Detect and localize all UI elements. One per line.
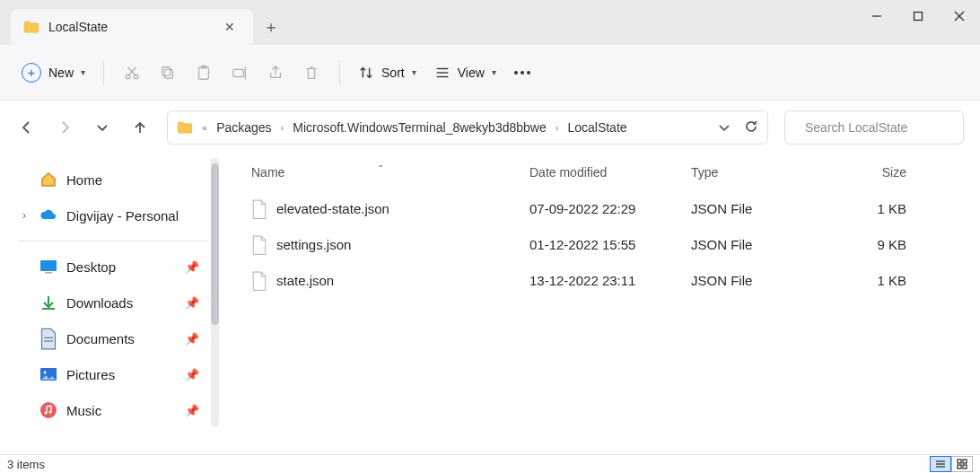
file-date: 07-09-2022 22:29	[529, 201, 691, 216]
column-header-type[interactable]: Type	[691, 165, 826, 180]
toolbar: + New ▾ Sort ▾ View ▾	[0, 45, 980, 101]
sort-label: Sort	[381, 66, 405, 80]
tab-active[interactable]: LocalState ✕	[11, 9, 253, 45]
scrollbar-thumb[interactable]	[211, 163, 219, 325]
svg-rect-12	[233, 69, 244, 76]
refresh-button[interactable]	[744, 119, 758, 136]
delete-icon[interactable]	[302, 63, 321, 83]
share-icon[interactable]	[266, 63, 285, 83]
details-view-button[interactable]	[930, 456, 951, 472]
file-size: 1 KB	[826, 201, 906, 216]
new-button[interactable]: + New ▾	[22, 63, 85, 83]
nav-pictures[interactable]: Pictures 📌	[18, 356, 226, 392]
nav-desktop[interactable]: Desktop 📌	[18, 249, 226, 285]
nav-downloads[interactable]: Downloads 📌	[18, 285, 226, 320]
svg-rect-33	[963, 460, 967, 463]
file-row[interactable]: elevated-state.json 07-09-2022 22:29 JSO…	[251, 190, 971, 226]
up-button[interactable]	[129, 117, 151, 138]
breadcrumb-seg-2[interactable]: LocalState	[567, 120, 626, 135]
sort-indicator-icon: ⌃	[377, 163, 384, 173]
chevron-right-icon[interactable]: ›	[18, 209, 31, 222]
close-window-button[interactable]	[939, 0, 980, 32]
recent-locations-button[interactable]	[92, 117, 113, 138]
column-header-size[interactable]: Size	[826, 165, 906, 180]
search-box[interactable]	[784, 110, 964, 145]
file-row[interactable]: settings.json 01-12-2022 15:55 JSON File…	[251, 226, 971, 262]
breadcrumb-overflow[interactable]: «	[202, 122, 207, 133]
file-size: 1 KB	[826, 273, 906, 288]
chevron-right-icon: ›	[281, 122, 284, 133]
sort-button[interactable]: Sort ▾	[358, 65, 416, 81]
onedrive-icon	[39, 206, 57, 224]
breadcrumb-seg-0[interactable]: Packages	[216, 120, 271, 135]
new-tab-button[interactable]: ＋	[253, 9, 289, 45]
more-button[interactable]	[514, 71, 530, 74]
titlebar: LocalState ✕ ＋	[0, 0, 980, 45]
breadcrumb-dropdown[interactable]	[713, 117, 735, 138]
view-button[interactable]: View ▾	[434, 65, 496, 81]
new-button-label: New	[48, 66, 74, 80]
svg-rect-20	[45, 272, 52, 274]
nav-divider	[18, 241, 208, 241]
svg-rect-19	[40, 260, 57, 271]
downloads-icon	[39, 293, 57, 311]
clipboard-group	[122, 63, 321, 83]
tab-title-label: LocalState	[48, 20, 210, 34]
nav-music[interactable]: Music 📌	[18, 392, 226, 428]
folder-icon	[23, 21, 39, 33]
pictures-icon	[39, 365, 57, 383]
content-body: Home › Digvijay - Personal Desktop 📌 Dow…	[0, 154, 980, 454]
nav-pictures-label: Pictures	[66, 367, 115, 382]
chevron-down-icon: ▾	[412, 67, 416, 77]
chevron-right-icon: ›	[556, 122, 559, 133]
thumbnails-view-button[interactable]	[951, 456, 973, 472]
nav-personal-label: Digvijay - Personal	[66, 208, 179, 223]
pin-icon: 📌	[185, 296, 199, 310]
folder-icon	[177, 121, 193, 134]
file-icon	[251, 235, 267, 253]
breadcrumb-seg-1[interactable]: Microsoft.WindowsTerminal_8wekyb3d8bbwe	[293, 120, 546, 135]
nav-documents-label: Documents	[66, 331, 135, 346]
paste-icon[interactable]	[194, 63, 214, 83]
nav-documents[interactable]: Documents 📌	[18, 320, 226, 356]
svg-rect-1	[914, 13, 923, 21]
view-list-icon	[434, 65, 451, 81]
file-list: Name ⌃ Date modified Type Size elevated-…	[226, 154, 980, 454]
column-header-date[interactable]: Date modified	[529, 165, 691, 180]
item-count-label: 3 items	[7, 458, 45, 471]
file-date: 13-12-2022 23:11	[529, 273, 691, 288]
nav-personal[interactable]: › Digvijay - Personal	[18, 197, 226, 233]
view-label: View	[458, 66, 485, 80]
back-button[interactable]	[16, 117, 38, 138]
file-name: state.json	[276, 273, 334, 288]
rename-icon[interactable]	[230, 63, 249, 83]
nav-scrollbar[interactable]	[211, 158, 219, 427]
svg-rect-34	[958, 465, 961, 469]
svg-rect-35	[963, 465, 967, 469]
minimize-button[interactable]	[856, 0, 897, 32]
svg-rect-9	[162, 66, 171, 75]
copy-icon[interactable]	[158, 63, 178, 83]
nav-music-label: Music	[66, 403, 101, 418]
forward-button[interactable]	[54, 117, 75, 138]
file-date: 01-12-2022 15:55	[529, 237, 691, 252]
svg-point-28	[49, 411, 52, 414]
svg-point-25	[44, 372, 47, 374]
column-header-name-label: Name	[251, 165, 284, 180]
chevron-down-icon: ▾	[81, 67, 85, 77]
file-icon	[251, 271, 267, 289]
cut-icon[interactable]	[122, 63, 142, 83]
column-header-name[interactable]: Name ⌃	[251, 165, 529, 180]
plus-circle-icon: +	[22, 63, 41, 83]
search-input[interactable]	[805, 120, 962, 135]
maximize-button[interactable]	[897, 0, 939, 32]
svg-point-26	[40, 402, 57, 418]
svg-rect-8	[164, 69, 172, 78]
file-row[interactable]: state.json 13-12-2022 23:11 JSON File 1 …	[251, 262, 971, 298]
status-bar: 3 items	[0, 454, 980, 473]
nav-home[interactable]: Home	[18, 162, 226, 197]
desktop-icon	[39, 258, 57, 276]
breadcrumb-bar[interactable]: « Packages › Microsoft.WindowsTerminal_8…	[167, 110, 768, 145]
tab-close-button[interactable]: ✕	[219, 16, 241, 38]
file-name: settings.json	[276, 237, 351, 252]
